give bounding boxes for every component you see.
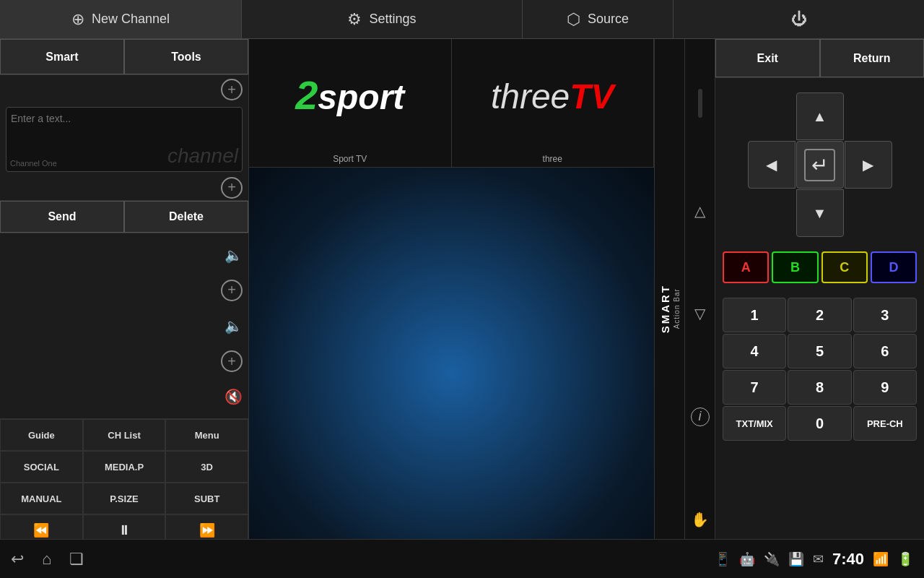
left-panel: Smart Tools + channel Channel One + Send…	[0, 39, 249, 578]
d-button[interactable]: D	[871, 251, 917, 283]
hand-icon[interactable]: ✋	[691, 511, 709, 528]
add-row-2: +	[0, 175, 248, 200]
source-icon: ⬡	[567, 10, 580, 29]
num-0-button[interactable]: 0	[788, 406, 851, 441]
source-section[interactable]: ⬡ Source	[523, 0, 674, 38]
return-button[interactable]: Return	[820, 39, 925, 77]
p-size-button[interactable]: P.SIZE	[83, 483, 166, 514]
num-3-button[interactable]: 3	[853, 298, 917, 332]
power-section[interactable]: ⏻	[674, 0, 924, 38]
pre-ch-button[interactable]: PRE-CH	[853, 406, 917, 441]
mid-add-row-4: +	[0, 344, 248, 379]
num-2-button[interactable]: 2	[788, 298, 851, 332]
social-media-3d-row: SOCIAL MEDIA.P 3D	[0, 451, 248, 483]
tools-button[interactable]: Tools	[124, 39, 248, 74]
subt-button[interactable]: SUBT	[165, 483, 248, 514]
smart-bar-label: SMART	[659, 284, 671, 333]
tv-screen[interactable]	[249, 168, 654, 578]
send-delete-bar: Send Delete	[0, 200, 248, 233]
sport-tv-thumb[interactable]: 2sport Sport TV	[249, 39, 452, 167]
num-6-button[interactable]: 6	[853, 334, 917, 368]
num-1-button[interactable]: 1	[723, 298, 786, 332]
info-icon[interactable]: i	[691, 407, 710, 426]
new-channel-section[interactable]: ⊕ New Channel	[0, 0, 242, 38]
dpad-right-button[interactable]: ▶	[845, 141, 892, 189]
sport-tv-name: Sport TV	[333, 154, 367, 164]
android-icon: 🤖	[739, 551, 755, 567]
3d-button[interactable]: 3D	[165, 451, 248, 483]
add-circle-4[interactable]: +	[221, 350, 243, 372]
volume-icon-2[interactable]: 🔈	[225, 317, 243, 335]
media-p-button[interactable]: MEDIA.P	[83, 451, 166, 483]
dpad-ok-icon: ↵	[804, 149, 835, 181]
bottom-bar: ↩ ⌂ ❏ 📱 🤖 🔌 💾 ✉ 7:40 📶 🔋	[0, 539, 924, 578]
right-panel: Exit Return ▲ ◀ ↵ ▶ ▼	[715, 39, 924, 578]
triangle-up-icon[interactable]: △	[694, 202, 705, 220]
dpad-center-button[interactable]: ↵	[796, 141, 844, 189]
dpad-up-button[interactable]: ▲	[796, 92, 844, 140]
text-input[interactable]	[11, 113, 237, 124]
guide-chlist-menu-row: Guide CH List Menu	[0, 419, 248, 451]
guide-button[interactable]: Guide	[0, 419, 83, 451]
clock-display: 7:40	[832, 550, 864, 569]
three-logo-three: three	[491, 77, 570, 116]
a-button[interactable]: A	[723, 251, 769, 283]
smart-action-bar[interactable]: SMART Action Bar	[654, 39, 684, 578]
num-4-button[interactable]: 4	[723, 334, 786, 368]
triangle-down-icon[interactable]: ▽	[694, 305, 705, 322]
ch-list-button[interactable]: CH List	[83, 419, 166, 451]
social-button[interactable]: SOCIAL	[0, 451, 83, 483]
num-7-button[interactable]: 7	[723, 370, 786, 405]
three-tv-name: three	[543, 154, 562, 164]
smart-button[interactable]: Smart	[0, 39, 124, 74]
sport-logo-num: 2	[295, 72, 318, 118]
three-tv-thumb[interactable]: threeTV three	[452, 39, 655, 167]
add-row-1: +	[0, 75, 248, 104]
mid-add-row-3: 🔈	[0, 308, 248, 343]
exit-return-bar: Exit Return	[715, 39, 924, 78]
add-channel-icon: ⊕	[71, 10, 84, 29]
send-button[interactable]: Send	[0, 201, 124, 233]
top-bar: ⊕ New Channel ⚙ Settings ⬡ Source ⏻	[0, 0, 924, 39]
dpad-left-button[interactable]: ◀	[748, 141, 796, 189]
exit-button[interactable]: Exit	[715, 39, 820, 77]
source-label: Source	[588, 12, 629, 27]
volume-mute-icon[interactable]: 🔇	[225, 388, 243, 405]
sd-icon: 💾	[788, 551, 804, 567]
home-icon[interactable]: ⌂	[42, 550, 51, 569]
manual-button[interactable]: MANUAL	[0, 483, 83, 514]
text-input-area: channel Channel One	[6, 107, 243, 172]
num-8-button[interactable]: 8	[788, 370, 851, 405]
usb-icon: 🔌	[764, 551, 780, 567]
pause-icon: ⏸	[118, 523, 131, 538]
channel-watermark: channel	[167, 144, 238, 168]
center-panel: 2sport Sport TV threeTV three	[249, 39, 654, 578]
screenshot-icon: 📱	[715, 551, 731, 567]
sport-tv-logo: 2sport	[295, 72, 404, 118]
add-circle-3[interactable]: +	[221, 280, 243, 301]
delete-button[interactable]: Delete	[124, 201, 248, 233]
b-button[interactable]: B	[772, 251, 818, 283]
mail-icon: ✉	[813, 551, 824, 567]
action-bar-label: Action Bar	[673, 288, 681, 329]
menu-button[interactable]: Menu	[165, 419, 248, 451]
middle-adds: 🔈 + 🔈 + 🔇	[0, 233, 248, 418]
apps-icon[interactable]: ❏	[69, 550, 84, 569]
battery-icon: 🔋	[897, 551, 913, 567]
add-circle-2[interactable]: +	[221, 177, 243, 199]
number-grid: 1 2 3 4 5 6 7 8 9 TXT/MIX 0 PRE-CH	[723, 298, 917, 441]
settings-section[interactable]: ⚙ Settings	[242, 0, 523, 38]
three-logo-tv: TV	[570, 77, 614, 116]
volume-icon-1[interactable]: 🔈	[225, 246, 243, 264]
wifi-icon: 📶	[873, 551, 889, 567]
dpad-down-button[interactable]: ▼	[796, 189, 844, 237]
rewind-icon: ⏪	[33, 522, 49, 538]
c-button[interactable]: C	[821, 251, 868, 283]
add-circle-1[interactable]: +	[221, 79, 243, 100]
num-5-button[interactable]: 5	[788, 334, 851, 368]
fast-forward-icon: ⏩	[199, 522, 215, 538]
num-9-button[interactable]: 9	[853, 370, 917, 405]
back-icon[interactable]: ↩	[11, 550, 24, 569]
dpad-container: ▲ ◀ ↵ ▶ ▼	[715, 78, 924, 251]
txt-mix-button[interactable]: TXT/MIX	[723, 406, 786, 441]
